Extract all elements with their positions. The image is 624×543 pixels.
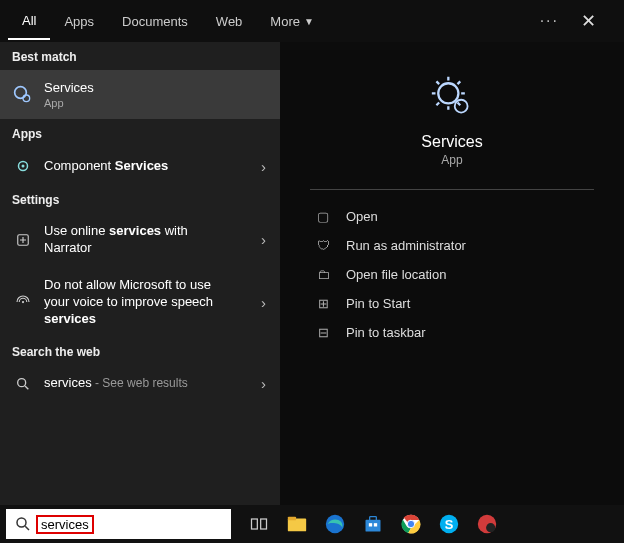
action-file-location-label: Open file location <box>346 267 446 282</box>
skype-icon[interactable]: S <box>437 512 461 536</box>
section-best-match: Best match <box>0 42 280 70</box>
web-see-results: See web results <box>102 376 187 390</box>
action-pin-taskbar-label: Pin to taskbar <box>346 325 426 340</box>
web-dash: - <box>92 376 103 390</box>
svg-point-10 <box>17 518 26 527</box>
more-options-icon[interactable]: ··· <box>540 12 559 30</box>
svg-point-27 <box>486 523 495 532</box>
result-web-services[interactable]: services - See web results › <box>0 365 280 402</box>
speech-text: Do not allow Microsoft to use your voice… <box>44 277 213 309</box>
edge-icon[interactable] <box>323 512 347 536</box>
tab-more[interactable]: More ▼ <box>256 4 328 39</box>
tab-web[interactable]: Web <box>202 4 257 39</box>
tab-apps[interactable]: Apps <box>50 4 108 39</box>
close-icon[interactable]: ✕ <box>571 4 606 38</box>
result-subtitle: App <box>44 97 94 109</box>
svg-point-9 <box>455 100 468 113</box>
component-text-pre: Component <box>44 158 115 173</box>
action-open[interactable]: ▢ Open <box>310 202 594 231</box>
open-icon: ▢ <box>314 209 332 224</box>
result-title: Services <box>44 80 94 95</box>
search-icon <box>12 376 34 392</box>
result-component-services[interactable]: Component Services › <box>0 147 280 185</box>
svg-rect-13 <box>261 519 267 529</box>
chevron-right-icon: › <box>261 231 266 248</box>
action-file-location[interactable]: 🗀 Open file location <box>310 260 594 289</box>
web-term: services <box>44 375 92 390</box>
svg-rect-20 <box>374 523 377 526</box>
section-settings: Settings <box>0 185 280 213</box>
action-pin-start-label: Pin to Start <box>346 296 410 311</box>
section-apps: Apps <box>0 119 280 147</box>
svg-text:S: S <box>445 517 454 532</box>
taskbar: services S <box>0 505 624 543</box>
file-explorer-icon[interactable] <box>285 512 309 536</box>
svg-point-5 <box>22 301 24 303</box>
hero-title: Services <box>421 133 482 151</box>
tab-more-label: More <box>270 14 300 29</box>
svg-rect-12 <box>252 519 258 529</box>
hero-subtitle: App <box>441 153 462 167</box>
component-icon <box>12 157 34 175</box>
narrator-bold: services <box>109 223 161 238</box>
svg-point-3 <box>22 165 25 168</box>
action-pin-start[interactable]: ⊞ Pin to Start <box>310 289 594 318</box>
gear-icon <box>12 85 34 105</box>
svg-rect-17 <box>366 520 381 532</box>
result-speech-services[interactable]: Do not allow Microsoft to use your voice… <box>0 267 280 338</box>
action-open-label: Open <box>346 209 378 224</box>
chevron-right-icon: › <box>261 294 266 311</box>
section-search-web: Search the web <box>0 337 280 365</box>
pin-icon: ⊞ <box>314 296 332 311</box>
search-icon <box>14 515 32 533</box>
chrome-icon[interactable] <box>399 512 423 536</box>
result-narrator-services[interactable]: Use online services with Narrator › <box>0 213 280 267</box>
file-location-icon: 🗀 <box>314 267 332 282</box>
tab-documents[interactable]: Documents <box>108 4 202 39</box>
shield-icon: 🛡 <box>314 238 332 253</box>
store-icon[interactable] <box>361 512 385 536</box>
task-view-icon[interactable] <box>247 512 271 536</box>
action-run-admin-label: Run as administrator <box>346 238 466 253</box>
result-services-app[interactable]: Services App <box>0 70 280 119</box>
search-input-value: services <box>38 516 92 533</box>
svg-point-8 <box>438 83 458 103</box>
svg-rect-14 <box>288 519 306 532</box>
accessibility-icon <box>12 231 34 249</box>
results-pane: Best match Services App Apps Component S… <box>0 42 280 505</box>
svg-point-6 <box>18 379 26 387</box>
svg-point-1 <box>23 95 30 102</box>
svg-line-7 <box>25 386 28 389</box>
chevron-right-icon: › <box>261 158 266 175</box>
component-text-bold: Services <box>115 158 169 173</box>
search-tabs: All Apps Documents Web More ▼ ··· ✕ <box>0 0 624 42</box>
broadcast-icon <box>12 293 34 311</box>
detail-pane: Services App ▢ Open 🛡 Run as administrat… <box>280 42 624 505</box>
svg-rect-19 <box>369 523 372 526</box>
svg-rect-18 <box>370 517 377 521</box>
svg-rect-15 <box>288 517 296 521</box>
tab-all[interactable]: All <box>8 3 50 40</box>
chevron-right-icon: › <box>261 375 266 392</box>
svg-point-0 <box>15 86 27 98</box>
svg-line-11 <box>25 526 29 530</box>
speech-bold: services <box>44 311 96 326</box>
pin-taskbar-icon: ⊟ <box>314 325 332 340</box>
narrator-pre: Use online <box>44 223 109 238</box>
search-input[interactable]: services <box>6 509 231 539</box>
divider <box>310 189 594 190</box>
chevron-down-icon: ▼ <box>304 16 314 27</box>
app-icon[interactable] <box>475 512 499 536</box>
action-run-admin[interactable]: 🛡 Run as administrator <box>310 231 594 260</box>
gear-icon <box>430 75 474 119</box>
action-pin-taskbar[interactable]: ⊟ Pin to taskbar <box>310 318 594 347</box>
